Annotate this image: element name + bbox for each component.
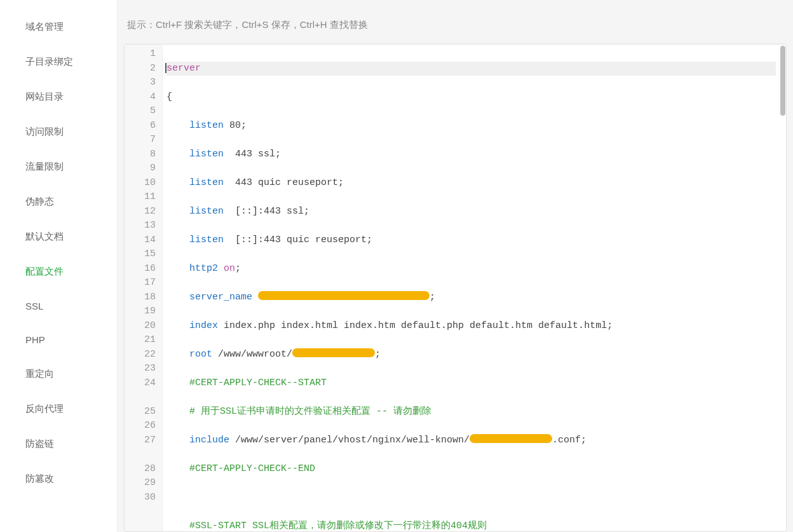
sidebar-item-php[interactable]: PHP: [0, 323, 117, 357]
sidebar-item-access[interactable]: 访问限制: [0, 114, 117, 149]
sidebar-item-config[interactable]: 配置文件: [0, 254, 117, 289]
sidebar-item-proxy[interactable]: 反向代理: [0, 392, 117, 426]
code-editor[interactable]: 1234567891011121314151617181920212223242…: [124, 44, 787, 532]
main-panel: 提示：Ctrl+F 搜索关键字，Ctrl+S 保存，Ctrl+H 查找替换 12…: [118, 0, 793, 532]
sidebar-item-domain[interactable]: 域名管理: [0, 10, 117, 44]
sidebar-item-redirect[interactable]: 重定向: [0, 357, 117, 392]
sidebar: 域名管理 子目录绑定 网站目录 访问限制 流量限制 伪静态 默认文档 配置文件 …: [0, 0, 118, 532]
redacted-server-name: [258, 291, 430, 300]
scroll-thumb[interactable]: [780, 46, 785, 116]
redacted-include: [470, 434, 552, 443]
line-gutter: 1234567891011121314151617181920212223242…: [125, 44, 163, 531]
sidebar-item-hotlink[interactable]: 防盗链: [0, 426, 117, 461]
redacted-root: [292, 348, 375, 357]
sidebar-item-webdir[interactable]: 网站目录: [0, 79, 117, 114]
editor-scrollbar[interactable]: [780, 44, 786, 531]
sidebar-item-rewrite[interactable]: 伪静态: [0, 184, 117, 219]
sidebar-item-default[interactable]: 默认文档: [0, 219, 117, 254]
code-area[interactable]: server { listen 80; listen 443 ssl; list…: [163, 44, 780, 531]
editor-hint: 提示：Ctrl+F 搜索关键字，Ctrl+S 保存，Ctrl+H 查找替换: [124, 13, 787, 44]
sidebar-item-tamper[interactable]: 防篡改: [0, 461, 117, 496]
sidebar-item-traffic[interactable]: 流量限制: [0, 149, 117, 184]
sidebar-item-ssl[interactable]: SSL: [0, 289, 117, 323]
sidebar-item-subdir[interactable]: 子目录绑定: [0, 44, 117, 79]
